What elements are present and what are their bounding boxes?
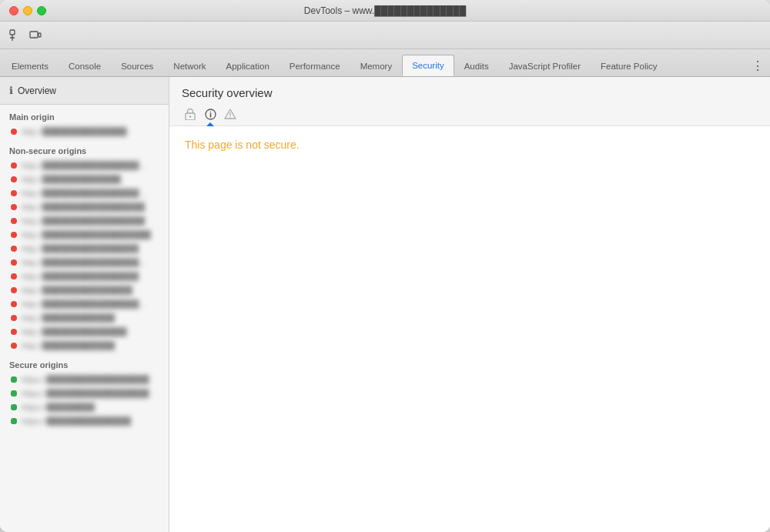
titlebar: DevTools – www.██████████████: [0, 0, 770, 22]
red-dot-icon: [11, 329, 17, 335]
red-dot-icon: [11, 204, 17, 210]
non-secure-item-3[interactable]: http://█████████████████: [0, 200, 169, 214]
red-dot-icon: [11, 218, 17, 224]
non-secure-item-6[interactable]: http://████████████████: [0, 242, 169, 256]
secure-item-0[interactable]: https://█████████████████: [0, 373, 169, 386]
non-secure-item-10[interactable]: http://████████████████████: [0, 297, 169, 311]
non-secure-item-9[interactable]: http://███████████████: [0, 283, 169, 297]
content-header: Security overview: [169, 77, 770, 126]
green-dot-icon: [11, 390, 17, 396]
svg-rect-4: [38, 33, 41, 37]
tab-elements[interactable]: Elements: [2, 55, 59, 76]
green-dot-icon: [11, 404, 17, 410]
red-dot-icon: [11, 129, 17, 135]
non-secure-item-11[interactable]: http://████████████: [0, 311, 169, 325]
green-dot-icon: [11, 376, 17, 383]
red-dot-icon: [11, 315, 17, 321]
not-secure-banner: This page is not secure.: [169, 126, 770, 163]
tab-application[interactable]: Application: [216, 55, 280, 76]
main-area: ℹ Overview Main origin http://██████████…: [0, 77, 770, 532]
secure-item-1[interactable]: https://█████████████████: [0, 386, 169, 400]
sidebar: ℹ Overview Main origin http://██████████…: [0, 77, 169, 532]
non-secure-item-8[interactable]: http://████████████████: [0, 269, 169, 283]
secure-item-2[interactable]: https://████████: [0, 400, 169, 414]
non-secure-item-13[interactable]: http://████████████: [0, 339, 169, 353]
tab-audits[interactable]: Audits: [454, 55, 499, 76]
non-secure-item-1[interactable]: http://█████████████: [0, 172, 169, 186]
tab-performance[interactable]: Performance: [280, 55, 350, 76]
tab-js-profiler[interactable]: JavaScript Profiler: [499, 55, 591, 76]
warning-icon-btn[interactable]: [222, 105, 239, 122]
main-origin-item[interactable]: http://██████████████: [0, 125, 169, 139]
tab-sources[interactable]: Sources: [111, 55, 163, 76]
tab-memory[interactable]: Memory: [350, 55, 403, 76]
red-dot-icon: [11, 246, 17, 252]
not-secure-message: This page is not secure.: [185, 139, 300, 151]
tab-console[interactable]: Console: [59, 55, 111, 76]
maximize-button[interactable]: [37, 6, 46, 15]
red-dot-icon: [11, 301, 17, 307]
minimize-button[interactable]: [23, 6, 32, 15]
non-secure-item-4[interactable]: http://█████████████████: [0, 214, 169, 228]
svg-point-11: [229, 116, 230, 117]
content-icon-row: [182, 105, 758, 125]
non-secure-item-12[interactable]: http://██████████████: [0, 325, 169, 339]
red-dot-icon: [11, 287, 17, 293]
non-secure-item-2[interactable]: http://████████████████████: [0, 186, 169, 200]
content-title: Security overview: [182, 86, 758, 99]
red-dot-icon: [11, 162, 17, 169]
toolbar: [0, 22, 770, 49]
inspect-icon[interactable]: [6, 26, 25, 45]
non-secure-item-7[interactable]: http://███████████████████: [0, 256, 169, 269]
secure-origins-label: Secure origins: [0, 353, 169, 373]
non-secure-origins-label: Non-secure origins: [0, 139, 169, 159]
red-dot-icon: [11, 190, 17, 196]
svg-point-9: [209, 111, 211, 112]
tab-feature-policy[interactable]: Feature Policy: [591, 55, 668, 76]
traffic-lights: [9, 6, 46, 15]
content-panel: Security overview: [169, 77, 770, 532]
tabbar: Elements Console Sources Network Applica…: [0, 49, 770, 77]
close-button[interactable]: [9, 6, 18, 15]
green-dot-icon: [11, 418, 17, 424]
svg-rect-0: [10, 30, 15, 35]
svg-point-6: [189, 115, 191, 117]
non-secure-item-0[interactable]: http://████████████████████: [0, 159, 169, 172]
secure-item-3[interactable]: https://██████████████: [0, 414, 169, 428]
red-dot-icon: [11, 259, 17, 266]
red-dot-icon: [11, 176, 17, 182]
info-icon-btn[interactable]: [202, 105, 219, 122]
svg-rect-3: [30, 32, 38, 38]
red-dot-icon: [11, 273, 17, 279]
sidebar-overview[interactable]: ℹ Overview: [0, 77, 169, 105]
red-dot-icon: [11, 232, 17, 238]
lock-icon-btn[interactable]: [182, 105, 199, 122]
tab-security[interactable]: Security: [402, 55, 454, 76]
window-title: DevTools – www.██████████████: [304, 5, 466, 16]
non-secure-item-5[interactable]: http://██████████████████: [0, 228, 169, 242]
devtools-window: DevTools – www.██████████████ Elements C…: [0, 0, 770, 532]
info-icon: ℹ: [9, 85, 13, 96]
main-origin-url: http://██████████████: [22, 127, 127, 136]
red-dot-icon: [11, 343, 17, 349]
more-tabs-icon[interactable]: ⋮: [747, 55, 768, 76]
device-icon[interactable]: [26, 26, 45, 45]
tab-network[interactable]: Network: [163, 55, 216, 76]
content-body: This page is not secure.: [169, 126, 770, 532]
main-origin-label: Main origin: [0, 105, 169, 125]
